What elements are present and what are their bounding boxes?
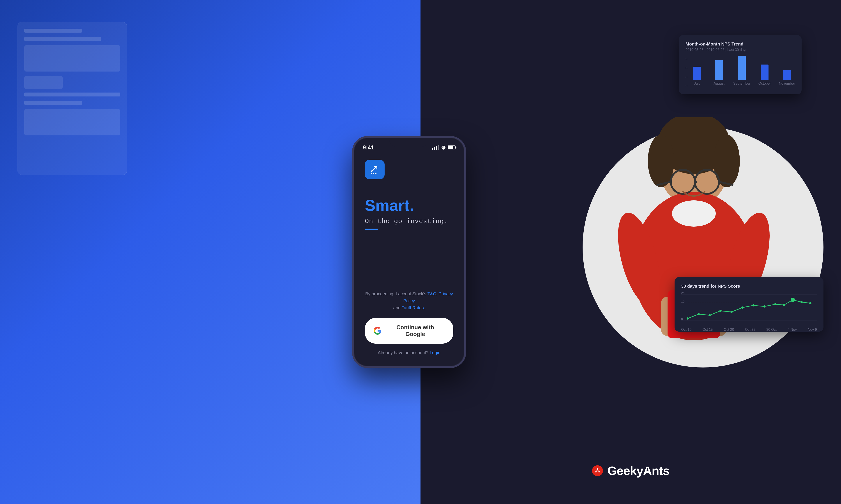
svg-point-31 — [763, 305, 766, 308]
wifi-icon: ◕ — [441, 145, 445, 150]
svg-point-47 — [375, 173, 377, 174]
svg-point-34 — [791, 298, 795, 302]
svg-point-39 — [598, 471, 600, 472]
phone-mockup: 9:41 ◕ — [352, 136, 466, 368]
svg-point-35 — [801, 301, 803, 303]
bar-group-october: October — [757, 65, 772, 86]
x-labels: Oct 10 Oct 15 Oct 20 Oct 25 30 Oct 4 Nov… — [681, 328, 817, 331]
login-link[interactable]: Login — [430, 350, 441, 355]
x-label-oct25: Oct 25 — [745, 328, 755, 331]
x-label-4nov: 4 Nov — [788, 328, 797, 331]
app-subheading: On the go investing. — [365, 218, 453, 225]
svg-point-48 — [371, 170, 372, 172]
brand-name: GeekyAnts — [607, 464, 670, 478]
chart-card-nps-top: Month-on-Month NPS Trend 2019-05-28 - 20… — [679, 35, 802, 94]
svg-point-6 — [672, 200, 716, 227]
chart-top-subtitle: 2019-05-28 - 2019-06-26 | Last 30 days — [686, 48, 795, 52]
bg-ui-hint — [18, 22, 127, 175]
google-g-icon — [374, 327, 381, 335]
phone-container: 9:41 ◕ — [352, 136, 466, 368]
battery-icon — [448, 145, 456, 149]
google-button-label: Continue with Google — [386, 324, 445, 338]
brand-logo-icon — [592, 465, 603, 476]
svg-line-43 — [598, 468, 599, 469]
tagline-divider — [365, 229, 378, 230]
bar-october — [761, 65, 769, 80]
svg-point-32 — [774, 303, 776, 305]
svg-point-25 — [698, 313, 700, 315]
bar-chart: July August September October — [689, 57, 795, 88]
svg-line-44 — [372, 166, 377, 172]
svg-point-27 — [719, 310, 722, 312]
svg-point-33 — [783, 304, 785, 306]
app-logo — [365, 160, 384, 179]
bar-august — [715, 60, 723, 80]
x-label-30oct: 30 Oct — [766, 328, 777, 331]
signal-icon — [432, 145, 439, 150]
svg-point-38 — [595, 471, 597, 472]
bar-group-november: November — [779, 70, 795, 86]
right-panel: Month-on-Month NPS Trend 2019-05-28 - 20… — [420, 0, 841, 504]
app-logo-svg — [369, 164, 380, 175]
phone-content: Smart. On the go investing. By proceedin… — [354, 153, 464, 366]
google-continue-button[interactable]: Continue with Google — [365, 318, 453, 344]
bg-ui-box — [24, 109, 120, 136]
svg-point-28 — [731, 311, 733, 313]
svg-text:0: 0 — [681, 318, 683, 321]
bar-group-august: August — [711, 60, 727, 86]
bg-ui-box — [24, 45, 120, 72]
bar-label-october: October — [758, 82, 771, 86]
bg-ui-line — [24, 101, 82, 105]
line-chart-container: 25 10 0 — [681, 290, 817, 325]
status-icons: ◕ — [432, 145, 456, 150]
x-label-oct10: Oct 10 — [681, 328, 691, 331]
svg-line-40 — [596, 470, 598, 471]
brand-name-text: GeekyAnts — [607, 464, 670, 478]
bg-ui-line — [24, 92, 120, 96]
svg-point-30 — [752, 304, 755, 306]
svg-point-3 — [714, 135, 740, 187]
tariff-link[interactable]: Tariff Rates — [402, 305, 424, 310]
login-text: Already have an account? Login — [365, 350, 453, 355]
chart-y-labels: 9 6 3 0 — [686, 57, 687, 88]
svg-point-36 — [809, 302, 811, 304]
svg-line-42 — [596, 468, 597, 469]
bar-july — [693, 67, 701, 80]
svg-point-29 — [741, 306, 743, 309]
chart-top-area: 9 6 3 0 July August Sep — [686, 57, 795, 88]
svg-point-46 — [373, 173, 374, 174]
svg-text:25: 25 — [681, 291, 685, 295]
x-label-nov9: Nov 9 — [808, 328, 817, 331]
status-time: 9:41 — [363, 144, 374, 151]
bar-label-november: November — [779, 82, 795, 86]
app-heading: Smart. — [365, 197, 453, 214]
phone-notch — [390, 138, 429, 147]
bar-group-september: September — [733, 56, 750, 86]
bar-label-september: September — [733, 82, 750, 86]
svg-text:10: 10 — [681, 300, 685, 303]
bg-ui-box2 — [24, 76, 63, 89]
x-label-oct20: Oct 20 — [724, 328, 734, 331]
bar-label-august: August — [714, 82, 724, 86]
svg-point-24 — [687, 318, 689, 320]
spacer — [365, 252, 453, 290]
line-chart-svg: 25 10 0 — [681, 290, 817, 325]
bg-ui-line — [24, 37, 101, 41]
bar-group-july: July — [689, 67, 705, 86]
svg-point-2 — [648, 135, 674, 187]
bg-ui-line — [24, 29, 82, 33]
svg-point-45 — [371, 173, 372, 174]
svg-point-26 — [708, 314, 711, 316]
chart-bottom-title: 30 days trend for NPS Score — [681, 284, 817, 289]
svg-line-41 — [598, 470, 599, 471]
chart-top-title: Month-on-Month NPS Trend — [686, 41, 795, 47]
terms-text: By proceeding, I accept Stock's T&C, Pri… — [365, 290, 453, 311]
bar-november — [783, 70, 791, 80]
bar-label-july: July — [694, 82, 700, 86]
chart-card-nps-bottom: 30 days trend for NPS Score 25 10 0 — [674, 277, 823, 331]
x-label-oct15: Oct 15 — [702, 328, 713, 331]
brand-footer: GeekyAnts — [592, 464, 670, 478]
tc-link[interactable]: T&C — [427, 291, 436, 296]
bar-september — [738, 56, 746, 80]
